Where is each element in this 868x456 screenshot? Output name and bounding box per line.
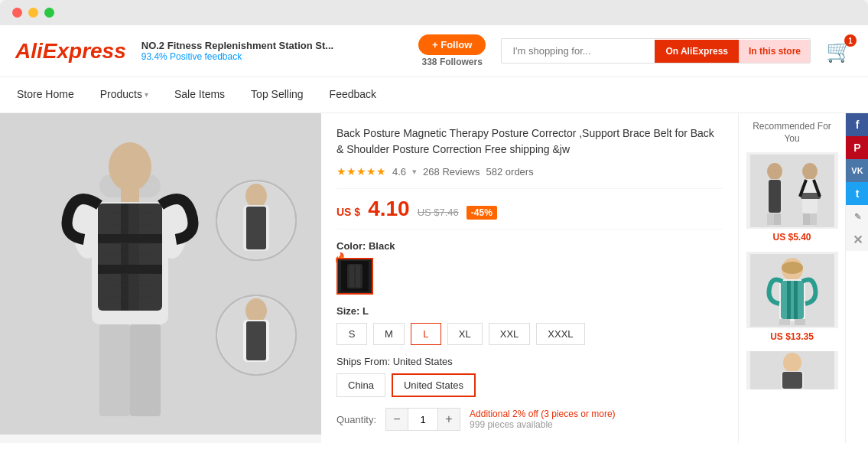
close-icon: ✕: [853, 233, 863, 247]
svg-point-46: [802, 163, 818, 180]
recommended-item-2[interactable]: US $13.35: [746, 252, 837, 342]
edit-button[interactable]: ✎: [846, 205, 868, 228]
svg-point-59: [782, 262, 803, 274]
svg-rect-50: [801, 193, 821, 199]
svg-rect-39: [356, 265, 360, 287]
size-options: S M L XL XXL XXXL: [336, 323, 723, 345]
svg-point-25: [245, 184, 267, 208]
nav-top-selling[interactable]: Top Selling: [249, 77, 305, 112]
svg-rect-51: [810, 213, 817, 225]
svg-rect-13: [130, 324, 161, 416]
recommended-title: Recommended For You: [746, 121, 837, 145]
search-aliexpress-button[interactable]: On AliExpress: [655, 40, 739, 63]
ships-from-section: Ships From: United States China United S…: [336, 356, 723, 397]
size-xxxl[interactable]: XXXL: [536, 323, 584, 345]
facebook-share-button[interactable]: f: [846, 113, 868, 136]
aliexpress-logo: AliExpress: [15, 39, 126, 64]
size-l[interactable]: L: [411, 323, 441, 345]
product-title: Back Posture Magnetic Therapy Posture Co…: [336, 125, 723, 158]
stars: ★★★★★: [336, 165, 386, 178]
recommended-item-1[interactable]: US $5.40: [746, 152, 837, 243]
svg-rect-44: [767, 213, 774, 225]
size-m[interactable]: M: [373, 323, 405, 345]
quantity-discount: Additional 2% off (3 pieces or more): [470, 409, 616, 419]
nav-feedback[interactable]: Feedback: [328, 77, 378, 112]
product-main-image: [0, 113, 321, 435]
main-content: Back Posture Magnetic Therapy Posture Co…: [0, 113, 868, 443]
nav-products[interactable]: Products ▾: [99, 77, 150, 112]
size-s[interactable]: S: [336, 323, 367, 345]
size-section: Size: L S M L XL XXL XXXL: [336, 305, 723, 345]
search-input[interactable]: [502, 39, 655, 63]
store-feedback: 93.4% Positive feedback: [141, 51, 403, 62]
quantity-row: Quantity: − + Additional 2% off (3 piece…: [336, 408, 723, 431]
svg-rect-11: [98, 265, 162, 274]
rec-price-2: US $13.35: [746, 331, 837, 342]
pinterest-icon: P: [853, 142, 860, 154]
svg-rect-38: [349, 265, 354, 287]
rec-image-3: [746, 351, 838, 389]
rec-product-svg-1: [750, 155, 834, 227]
price-row: US $ 4.10 US $7.46 -45%: [336, 188, 723, 230]
svg-rect-58: [794, 281, 798, 319]
window-chrome: [0, 0, 868, 25]
rec-product-svg-2: [750, 254, 834, 327]
rec-image-2: [746, 252, 838, 328]
location-us[interactable]: United States: [392, 373, 476, 397]
chevron-down-icon: ▾: [145, 90, 148, 99]
recommended-item-3[interactable]: [746, 351, 837, 389]
reviews-count: 268 Reviews: [423, 166, 480, 178]
color-label: Color: Black: [336, 240, 723, 252]
size-xxl[interactable]: XXL: [489, 323, 531, 345]
quantity-decrease[interactable]: −: [386, 409, 408, 430]
quantity-input[interactable]: [408, 409, 438, 430]
recommended-panel: Recommended For You: [738, 113, 845, 443]
follow-button[interactable]: + Follow: [418, 34, 486, 55]
quantity-increase[interactable]: +: [438, 409, 460, 430]
quantity-label: Quantity:: [336, 414, 376, 425]
svg-rect-65: [782, 372, 802, 389]
price-main: 4.10: [368, 197, 410, 221]
social-sidebar: f P VK t ✎ ✕: [845, 113, 868, 443]
svg-rect-40: [750, 155, 834, 227]
original-price: US $7.46: [418, 207, 459, 218]
size-xl[interactable]: XL: [447, 323, 483, 345]
svg-rect-43: [769, 180, 781, 213]
cart-badge: 1: [844, 34, 857, 47]
svg-rect-57: [787, 281, 791, 319]
search-store-button[interactable]: In this store: [739, 40, 810, 63]
ships-from-value: United States: [393, 356, 453, 367]
followers-label: Followers: [440, 57, 483, 67]
pinterest-share-button[interactable]: P: [846, 136, 868, 159]
rec-price-1: US $5.40: [746, 232, 837, 243]
vk-icon: VK: [851, 166, 863, 175]
chevron-down-icon: ▾: [412, 167, 417, 177]
close-social-button[interactable]: ✕: [846, 228, 868, 251]
twitter-share-button[interactable]: t: [846, 182, 868, 205]
orders-count: 582 orders: [486, 166, 534, 178]
cart-area[interactable]: 🛒 1: [826, 38, 853, 64]
svg-rect-45: [774, 213, 781, 225]
close-dot[interactable]: [12, 8, 22, 18]
svg-point-32: [245, 298, 267, 323]
svg-point-41: [767, 163, 782, 180]
color-options: 🔥: [336, 258, 723, 295]
store-name: NO.2 Fitness Replenishment Station St...: [141, 40, 403, 51]
svg-rect-60: [779, 319, 790, 325]
svg-rect-9: [128, 204, 139, 311]
store-info: NO.2 Fitness Replenishment Station St...…: [141, 40, 403, 62]
maximize-dot[interactable]: [44, 8, 54, 18]
svg-rect-3: [121, 188, 139, 204]
color-swatch-black[interactable]: [336, 258, 373, 295]
minimize-dot[interactable]: [28, 8, 38, 18]
header: AliExpress NO.2 Fitness Replenishment St…: [0, 25, 868, 77]
nav-store-home[interactable]: Store Home: [15, 77, 76, 112]
svg-rect-56: [781, 281, 804, 319]
nav-sale-items[interactable]: Sale Items: [173, 77, 226, 112]
location-china[interactable]: China: [336, 373, 385, 397]
vk-share-button[interactable]: VK: [846, 159, 868, 182]
search-area: On AliExpress In this store: [501, 38, 811, 64]
edit-icon: ✎: [854, 212, 861, 222]
svg-rect-12: [99, 324, 130, 416]
swatch-image: [341, 261, 369, 292]
